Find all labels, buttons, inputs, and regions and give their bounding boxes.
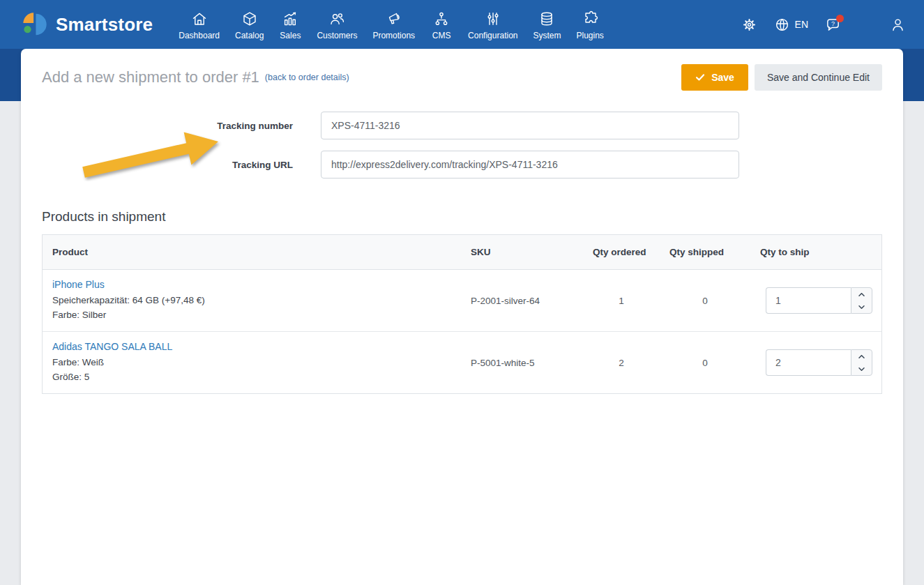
col-qty-to-ship: Qty to ship [750,235,881,270]
qty-shipped-cell: 0 [660,331,750,393]
cube-icon [241,10,258,27]
nav-item-dashboard[interactable]: Dashboard [171,6,227,43]
smartstore-logo-icon [21,10,49,38]
product-attribute: Größe: 5 [52,370,451,384]
nav-item-configuration[interactable]: Configuration [460,6,525,43]
qty-ordered-cell: 1 [583,270,660,331]
qty-spinner [851,349,872,376]
tracking-number-input[interactable] [321,112,739,139]
content-card: Add a new shipment to order #1 (back to … [21,49,903,585]
nav-item-cms[interactable]: CMS [423,6,460,43]
user-icon [890,17,906,33]
nav-label: Promotions [372,31,415,40]
nav-label: Dashboard [179,31,220,40]
product-cell: iPhone Plus Speicherkapazität: 64 GB (+9… [43,270,461,331]
qty-stepper [766,349,872,376]
help-chat-button[interactable]: ? [825,17,841,33]
gear-icon [741,17,757,33]
qty-to-ship-cell [750,331,881,393]
col-qty-ordered: Qty ordered [583,235,660,270]
page-header: Add a new shipment to order #1 (back to … [21,49,903,102]
language-selector[interactable]: EN [774,17,808,33]
account-button[interactable] [890,17,906,33]
qty-spinner [851,287,872,314]
qty-increment-button[interactable] [851,288,872,301]
nav-item-sales[interactable]: Sales [271,6,309,43]
tracking-number-row: Tracking number [21,112,903,139]
chevron-up-icon [858,292,865,297]
qty-to-ship-input[interactable] [766,349,851,376]
notification-dot [836,15,844,22]
table-header-row: Product SKU Qty ordered Qty shipped Qty … [43,235,881,270]
main-navigation: Dashboard Catalog Sales Customers [171,6,612,43]
save-continue-label: Save and Continue Edit [767,72,870,83]
nav-label: CMS [432,31,451,40]
puzzle-icon [582,10,598,27]
nav-label: Customers [317,31,357,40]
smartstore-logo[interactable]: Smartstore [21,10,153,38]
products-table: Product SKU Qty ordered Qty shipped Qty … [42,234,882,394]
product-link[interactable]: Adidas TANGO SALA BALL [52,341,172,352]
qty-to-ship-cell [750,270,881,331]
qty-shipped-cell: 0 [660,270,750,331]
nav-item-catalog[interactable]: Catalog [227,6,271,43]
check-icon [695,73,705,82]
nav-label: System [533,31,561,40]
back-to-order-link[interactable]: (back to order details) [265,73,349,82]
language-code: EN [795,19,808,30]
megaphone-icon [386,10,402,27]
col-product: Product [43,235,461,270]
qty-stepper [766,287,872,314]
nav-item-system[interactable]: System [525,6,568,43]
header-actions: Save Save and Continue Edit [681,64,882,91]
save-continue-button[interactable]: Save and Continue Edit [755,64,882,91]
qty-increment-button[interactable] [851,350,872,363]
database-icon [538,10,555,27]
sitemap-icon [433,10,450,27]
col-sku: SKU [461,235,583,270]
chevron-down-icon [858,367,865,372]
products-table-wrap: Product SKU Qty ordered Qty shipped Qty … [42,234,882,394]
bar-chart-icon [282,10,298,27]
qty-to-ship-input[interactable] [766,287,851,314]
col-qty-shipped: Qty shipped [660,235,750,270]
table-row: Adidas TANGO SALA BALL Farbe: Weiß Größe… [43,331,881,393]
table-row: iPhone Plus Speicherkapazität: 64 GB (+9… [43,270,881,331]
qty-decrement-button[interactable] [851,363,872,375]
chevron-down-icon [858,305,865,310]
top-navbar: Smartstore Dashboard Catalog Sales [0,0,924,49]
chevron-up-icon [858,354,865,359]
svg-text:?: ? [831,20,835,26]
tracking-url-label: Tracking URL [21,160,293,170]
tracking-url-input[interactable] [321,151,739,178]
tracking-number-label: Tracking number [21,121,293,131]
sku-cell: P-2001-silver-64 [461,270,583,331]
tracking-url-row: Tracking URL [21,151,903,178]
nav-label: Configuration [468,31,517,40]
settings-button[interactable] [741,17,757,33]
product-link[interactable]: iPhone Plus [52,279,105,290]
save-button-label: Save [711,72,734,83]
tracking-form: Tracking number Tracking URL [21,102,903,178]
qty-ordered-cell: 2 [583,331,660,393]
save-button[interactable]: Save [681,64,748,91]
home-icon [191,10,208,27]
product-attribute: Speicherkapazität: 64 GB (+97,48 €) [52,293,451,307]
nav-label: Catalog [235,31,264,40]
sliders-icon [485,10,501,27]
product-attribute: Farbe: Silber [52,307,451,322]
nav-label: Sales [280,31,301,40]
brand-name: Smartstore [56,14,153,36]
nav-item-customers[interactable]: Customers [309,6,365,43]
page-title: Add a new shipment to order #1 [42,68,259,86]
navbar-right-tools: EN ? [741,17,906,33]
globe-icon [774,17,790,33]
sku-cell: P-5001-white-5 [461,331,583,393]
qty-decrement-button[interactable] [851,301,872,313]
users-icon [328,10,345,27]
product-cell: Adidas TANGO SALA BALL Farbe: Weiß Größe… [43,331,461,393]
product-attribute: Farbe: Weiß [52,355,451,370]
nav-item-plugins[interactable]: Plugins [569,6,612,43]
nav-label: Plugins [577,31,604,40]
nav-item-promotions[interactable]: Promotions [365,6,423,43]
